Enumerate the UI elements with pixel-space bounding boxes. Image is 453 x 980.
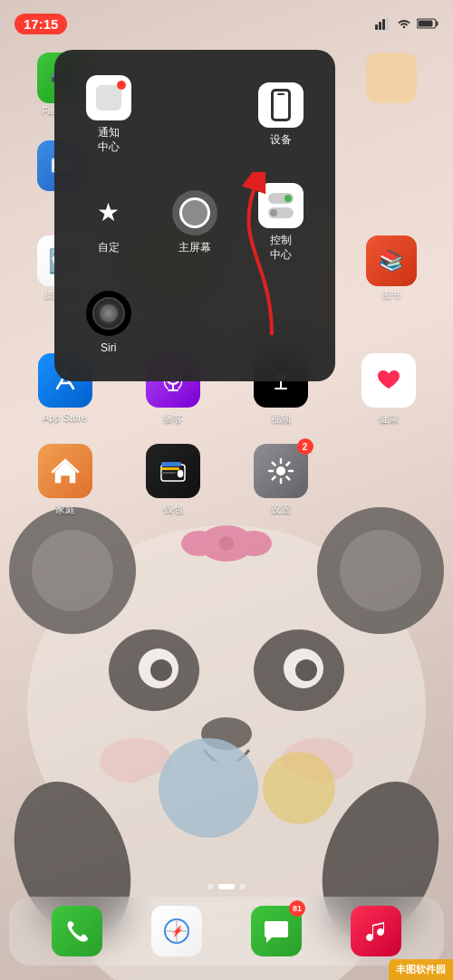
svg-rect-26 [386,17,389,30]
music-icon [351,906,401,956]
dock-messages[interactable]: 81 [249,906,304,956]
app-books[interactable]: 📚 图书 [366,235,417,302]
health-icon [361,353,416,408]
svg-rect-24 [379,22,381,30]
svg-rect-37 [161,472,176,474]
svg-point-10 [295,659,317,681]
phone-icon [52,906,102,956]
svg-point-4 [340,530,421,611]
wifi-icon [397,18,411,29]
dock-music[interactable] [349,906,403,956]
context-menu: 通知中心 设备 ★ 自定 主屏幕 [54,50,335,381]
svg-rect-23 [375,24,378,30]
app-health[interactable]: 健康 [357,353,420,426]
menu-item-empty-top [155,64,234,165]
svg-point-2 [32,530,113,611]
page-dot-2 [218,884,235,889]
menu-item-control-center[interactable]: 控制中心 [242,172,321,273]
context-menu-grid: 通知中心 设备 ★ 自定 主屏幕 [69,64,321,367]
app-wallet[interactable]: 钱包 [141,444,205,516]
menu-item-customize-label: 自定 [98,241,120,255]
signal-icon [375,17,391,30]
svg-point-21 [236,531,272,556]
svg-point-20 [181,531,217,556]
appletv-label: 视频 [271,412,291,426]
svg-point-17 [159,738,258,838]
messages-badge: 81 [289,900,305,917]
siri-icon [86,291,131,336]
apps-row-2: 家庭 钱包 2 设置 [11,444,442,516]
settings-badge: 2 [297,438,313,455]
wallet-icon [146,444,200,498]
safari-icon [151,906,202,956]
svg-point-9 [150,659,172,681]
svg-rect-28 [437,22,439,26]
svg-rect-29 [419,21,433,27]
menu-item-empty2 [155,280,234,367]
watermark: 丰图软件园 [389,959,453,980]
page-dot-1 [207,884,213,889]
svg-rect-38 [178,470,183,477]
status-bar: 17:15 [0,0,453,40]
podcasts-label: 播客 [163,412,183,426]
menu-item-home-screen-label: 主屏幕 [178,241,211,255]
svg-point-22 [219,536,234,551]
menu-item-siri[interactable]: Siri [69,280,148,367]
home-icon [38,444,92,498]
device-icon [258,82,304,128]
app-empty6 [366,140,417,191]
dock-safari[interactable] [149,906,204,956]
svg-rect-25 [382,19,385,30]
home-app-label: 家庭 [55,503,75,516]
app-home[interactable]: 家庭 [34,444,97,516]
menu-item-control-center-label: 控制中心 [270,234,292,262]
dock-phone[interactable] [50,906,104,956]
dock: 81 [9,897,444,966]
menu-item-home-screen[interactable]: 主屏幕 [155,172,234,273]
battery-icon [417,18,439,29]
menu-item-siri-label: Siri [101,341,116,356]
page-dots [0,884,453,889]
svg-rect-35 [161,462,181,466]
status-time: 17:15 [14,14,67,34]
svg-point-18 [263,752,335,824]
status-icons [375,17,439,30]
app-empty3 [366,53,417,116]
home-button-icon [172,190,217,235]
page-dot-3 [240,884,246,889]
menu-item-notification-center[interactable]: 通知中心 [69,64,148,165]
star-icon: ★ [86,190,131,235]
menu-item-notification-center-label: 通知中心 [98,126,120,154]
menu-item-customize[interactable]: ★ 自定 [69,172,148,273]
svg-rect-36 [161,467,179,470]
wallet-label: 钱包 [163,503,183,516]
app-empty-slot [357,444,420,516]
control-center-icon [258,183,304,228]
notification-center-icon [86,75,131,120]
appstore-label: App Store [43,412,87,423]
health-label: 健康 [379,412,399,426]
svg-point-39 [276,466,285,476]
menu-item-empty3 [242,280,321,367]
menu-item-device[interactable]: 设备 [242,64,321,165]
app-settings[interactable]: 2 设置 [249,444,313,516]
menu-item-device-label: 设备 [270,133,292,148]
settings-icon: 2 [254,444,308,498]
settings-label: 设置 [271,503,291,516]
